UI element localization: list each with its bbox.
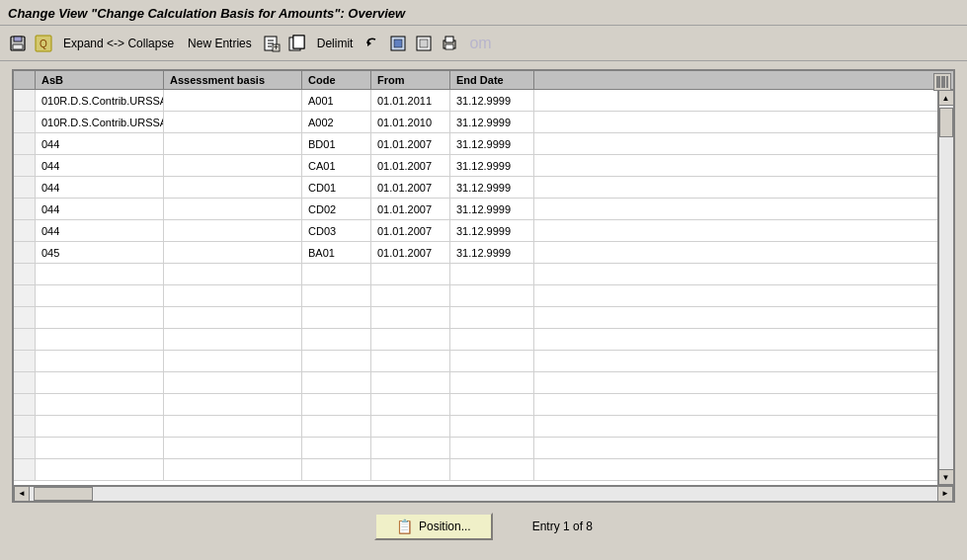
new-entries-label: New Entries	[188, 37, 252, 50]
table-row[interactable]: 044 CD02 01.01.2007 31.12.9999	[14, 199, 937, 220]
row-selector[interactable]	[14, 220, 36, 241]
select-all-icon[interactable]	[388, 34, 408, 53]
scroll-up-btn[interactable]: ▲	[938, 90, 954, 106]
table-row[interactable]: 044 CD03 01.01.2007 31.12.9999	[14, 220, 937, 242]
cell-spacer	[534, 220, 937, 241]
row-selector[interactable]	[14, 133, 36, 154]
expand-collapse-button[interactable]: Expand <-> Collapse	[59, 35, 178, 52]
row-selector[interactable]	[14, 199, 36, 219]
scroll-track-v[interactable]	[938, 106, 954, 469]
row-selector-empty	[14, 416, 36, 437]
undo-icon[interactable]	[363, 34, 382, 53]
table-row-empty	[14, 438, 937, 459]
table-row[interactable]: 044 CD01 01.01.2007 31.12.9999	[14, 177, 937, 199]
position-button[interactable]: 📋 Position...	[374, 513, 493, 540]
th-end-date[interactable]: End Date	[450, 71, 534, 89]
cell-asb: 010R.D.S.Contrib.URSSAF	[36, 90, 164, 111]
row-selector[interactable]	[14, 112, 36, 132]
scroll-left-btn[interactable]: ◄	[14, 486, 30, 502]
cell-empty	[302, 285, 371, 306]
row-selector[interactable]	[14, 155, 36, 176]
svg-rect-1	[14, 37, 22, 41]
table-row[interactable]: 010R.D.S.Contrib.URSSAF A002 01.01.2010 …	[14, 112, 937, 133]
svg-text:+: +	[274, 42, 279, 52]
cell-basis	[164, 220, 302, 241]
cell-empty	[302, 264, 371, 284]
columns-icon[interactable]	[933, 73, 951, 91]
customize-icon[interactable]: Q	[34, 34, 53, 53]
cell-end-date: 31.12.9999	[450, 177, 534, 198]
cell-asb: 044	[36, 199, 164, 219]
row-selector[interactable]	[14, 177, 36, 198]
cell-empty	[302, 394, 371, 415]
watermark: om	[469, 35, 491, 52]
h-scroll-thumb[interactable]	[34, 487, 93, 501]
content-area: AsB Assessment basis Code From End Date …	[0, 61, 967, 554]
row-selector-empty	[14, 372, 36, 393]
cell-code: BA01	[302, 242, 371, 263]
th-from[interactable]: From	[371, 71, 450, 89]
horizontal-scrollbar[interactable]: ◄ ►	[14, 485, 953, 501]
cell-spacer	[534, 416, 937, 437]
new-entries-button[interactable]: New Entries	[184, 35, 256, 52]
cell-empty	[36, 459, 164, 480]
cell-code: CD01	[302, 177, 371, 198]
cell-basis	[164, 112, 302, 132]
cell-empty	[164, 351, 302, 371]
cell-code: A001	[302, 90, 371, 111]
th-asb[interactable]: AsB	[36, 71, 164, 89]
cell-basis	[164, 90, 302, 111]
table-row[interactable]: 045 BA01 01.01.2007 31.12.9999	[14, 242, 937, 264]
row-selector[interactable]	[14, 90, 36, 111]
cell-basis	[164, 199, 302, 219]
cell-empty	[164, 459, 302, 480]
cell-empty	[450, 372, 534, 393]
cell-empty	[450, 307, 534, 328]
svg-text:Q: Q	[40, 39, 47, 49]
title-bar: Change View "Change Calculation Basis fo…	[0, 0, 967, 26]
cell-empty	[371, 394, 450, 415]
cell-spacer	[534, 112, 937, 132]
cell-basis	[164, 177, 302, 198]
cell-end-date: 31.12.9999	[450, 220, 534, 241]
vertical-scrollbar[interactable]: ▲ ▼	[937, 90, 953, 485]
save-icon[interactable]	[8, 34, 28, 53]
cell-asb: 045	[36, 242, 164, 263]
cell-empty	[164, 372, 302, 393]
cell-basis	[164, 242, 302, 263]
cell-empty	[302, 351, 371, 371]
table-row-empty	[14, 329, 937, 351]
svg-rect-16	[394, 40, 402, 47]
delimit-button[interactable]: Delimit	[313, 35, 358, 52]
svg-rect-18	[420, 40, 428, 47]
table-row[interactable]: 010R.D.S.Contrib.URSSAF A001 01.01.2011 …	[14, 90, 937, 112]
table-row-empty	[14, 416, 937, 438]
page-title: Change View "Change Calculation Basis fo…	[8, 6, 405, 21]
cell-asb: 010R.D.S.Contrib.URSSAF	[36, 112, 164, 132]
cell-code: BD01	[302, 133, 371, 154]
print-icon[interactable]	[440, 34, 459, 53]
table-row-empty	[14, 307, 937, 329]
th-code[interactable]: Code	[302, 71, 371, 89]
scroll-down-btn[interactable]: ▼	[938, 469, 954, 485]
deselect-icon[interactable]	[414, 34, 434, 53]
cell-asb: 044	[36, 177, 164, 198]
cell-spacer	[534, 372, 937, 393]
cell-empty	[450, 438, 534, 458]
cell-from: 01.01.2007	[371, 177, 450, 198]
h-scroll-track[interactable]	[30, 486, 937, 502]
scroll-thumb-v[interactable]	[939, 108, 953, 137]
cell-spacer	[534, 242, 937, 263]
row-selector-empty	[14, 351, 36, 371]
new-entries-icon[interactable]: +	[262, 34, 282, 53]
table-row[interactable]: 044 CA01 01.01.2007 31.12.9999	[14, 155, 937, 177]
cell-empty	[371, 372, 450, 393]
cell-empty	[371, 351, 450, 371]
row-selector[interactable]	[14, 242, 36, 263]
row-selector-empty	[14, 438, 36, 458]
scroll-right-btn[interactable]: ►	[937, 486, 953, 502]
table-row[interactable]: 044 BD01 01.01.2007 31.12.9999	[14, 133, 937, 155]
copy-icon[interactable]	[287, 34, 307, 53]
svg-marker-14	[367, 40, 371, 46]
th-basis[interactable]: Assessment basis	[164, 71, 302, 89]
